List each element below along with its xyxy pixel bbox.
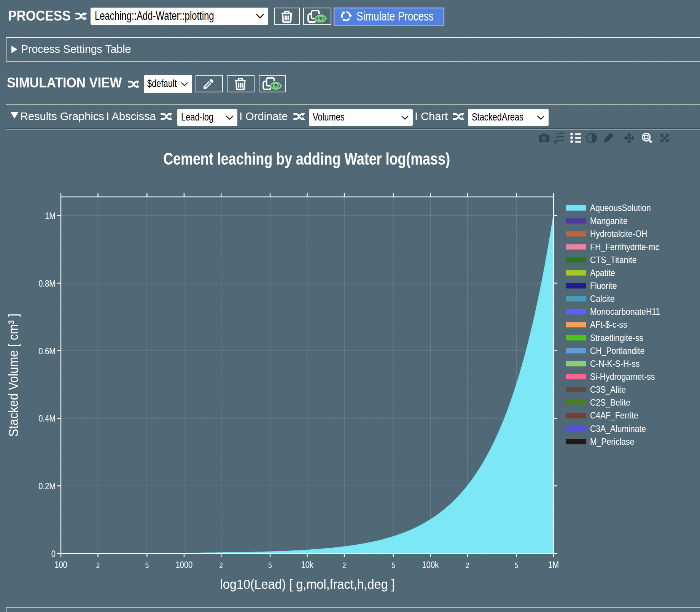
svg-text:1M: 1M (45, 211, 56, 221)
svg-text:Straetlingite-ss: Straetlingite-ss (590, 333, 643, 343)
svg-text:2: 2 (220, 561, 223, 570)
svg-text:AqueousSolution: AqueousSolution (590, 203, 651, 213)
svg-text:MonocarbonateH11: MonocarbonateH11 (590, 307, 660, 317)
svg-text:C3A_Aluminate: C3A_Aluminate (590, 424, 646, 434)
svg-text:10k: 10k (301, 560, 313, 570)
svg-text:C3S_Alite: C3S_Alite (590, 385, 626, 395)
svg-text:Stacked Volume [ cm³ ]: Stacked Volume [ cm³ ] (5, 314, 21, 437)
svg-text:C-N-K-S-H-ss: C-N-K-S-H-ss (590, 359, 640, 369)
svg-text:0.2M: 0.2M (38, 481, 56, 492)
svg-text:5: 5 (515, 561, 518, 570)
svg-text:Calcite: Calcite (590, 294, 615, 304)
svg-text:1M: 1M (548, 560, 559, 570)
svg-text:AFt-$-c-ss: AFt-$-c-ss (590, 320, 627, 330)
svg-text:0.4M: 0.4M (38, 414, 56, 424)
svg-text:2: 2 (342, 561, 346, 570)
svg-text:5: 5 (145, 561, 149, 570)
svg-text:CH_Portlandite: CH_Portlandite (590, 346, 644, 356)
svg-text:2: 2 (96, 561, 100, 570)
svg-text:Fluorite: Fluorite (590, 281, 617, 291)
svg-text:C2S_Belite: C2S_Belite (590, 398, 630, 407)
svg-text:Manganite: Manganite (590, 216, 628, 226)
svg-text:100k: 100k (422, 560, 439, 570)
svg-text:Hydrotalcite-OH: Hydrotalcite-OH (590, 229, 647, 239)
svg-text:0.6M: 0.6M (38, 346, 56, 356)
svg-text:Cement leaching by adding Wate: Cement leaching by adding Water log(mass… (163, 150, 450, 168)
svg-text:C4AF_Ferrite: C4AF_Ferrite (590, 411, 638, 421)
svg-text:5: 5 (268, 561, 272, 570)
svg-text:100: 100 (54, 560, 67, 570)
svg-text:CTS_Titanite: CTS_Titanite (590, 255, 637, 265)
svg-text:0.8M: 0.8M (38, 278, 56, 289)
svg-text:M_Periclase: M_Periclase (590, 437, 634, 447)
svg-text:log10(Lead) [ g,mol,fract,h,de: log10(Lead) [ g,mol,fract,h,deg ] (220, 576, 395, 591)
svg-text:2: 2 (466, 561, 469, 570)
svg-text:Si-Hydrogarnet-ss: Si-Hydrogarnet-ss (590, 372, 655, 382)
svg-text:1000: 1000 (175, 560, 192, 570)
svg-text:5: 5 (391, 561, 395, 570)
svg-text:Apatite: Apatite (590, 268, 615, 278)
svg-text:0: 0 (51, 549, 56, 559)
svg-text:FH_Ferrihydrite-mc: FH_Ferrihydrite-mc (590, 242, 659, 252)
